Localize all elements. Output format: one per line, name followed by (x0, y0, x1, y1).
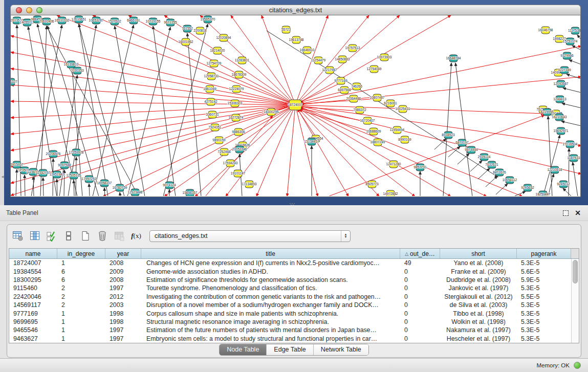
select-columns-icon[interactable] (45, 229, 58, 243)
graph-node[interactable]: 9671355 (164, 19, 177, 26)
table-cell[interactable]: 1 (57, 326, 105, 334)
new-table-icon[interactable] (79, 229, 92, 243)
scrollbar-thumb[interactable] (573, 260, 578, 283)
table-cell[interactable]: 0 (400, 276, 440, 283)
graph-node[interactable]: 9097588 (58, 162, 71, 169)
table-cell[interactable]: 9463627 (9, 335, 57, 342)
table-cell[interactable]: 18724007 (9, 259, 57, 267)
table-cell[interactable]: Hescheler et al. (1997) (440, 335, 517, 342)
graph-node[interactable]: 10654112 (503, 177, 517, 184)
graph-node[interactable]: 12217987 (322, 67, 337, 74)
table-cell[interactable]: Estimation of significance thresholds fo… (141, 276, 400, 283)
table-cell[interactable]: Changes of HCN gene expression and I(f) … (141, 259, 400, 267)
table-cell[interactable]: 5.5E-5 (517, 293, 571, 300)
graph-node[interactable]: 11175386 (568, 27, 580, 34)
table-row[interactable]: 1938455462009Genome-wide association stu… (9, 267, 571, 275)
table-cell[interactable]: 2008 (105, 276, 141, 283)
table-cell[interactable]: Tourette syndrome. Phenomenology and cla… (141, 285, 400, 292)
table-cell[interactable]: 5.3E-5 (517, 259, 571, 267)
graph-node[interactable]: 16001962 (179, 38, 193, 46)
tab-node-table[interactable]: Node Table (220, 344, 267, 355)
graph-node[interactable]: 7632621 (485, 161, 498, 168)
graph-node[interactable]: 12471280 (386, 161, 401, 168)
graph-node[interactable]: 20364486 (346, 95, 361, 102)
graph-node[interactable]: 12754049 (367, 65, 382, 73)
graph-node[interactable]: 2200818 (193, 27, 207, 34)
table-cell[interactable]: 2 (57, 293, 105, 300)
table-cell[interactable]: 5.3E-5 (517, 326, 571, 334)
graph-node[interactable]: 19613748 (289, 36, 304, 43)
graph-node[interactable]: 14972882 (383, 190, 398, 196)
graph-node[interactable]: 19101147 (231, 170, 246, 177)
table-cell[interactable]: 0 (400, 326, 440, 334)
graph-node[interactable]: 19565370 (201, 16, 215, 23)
table-cell[interactable]: 1997 (105, 335, 141, 342)
column-header-title[interactable]: title (141, 249, 400, 258)
graph-node[interactable]: 9329966 (560, 52, 574, 59)
table-cell[interactable]: 1998 (105, 318, 141, 325)
graph-node[interactable]: 1527602 (108, 18, 121, 25)
network-view-canvas[interactable]: 1872400797771696497568746266203644861080… (10, 15, 581, 197)
table-cell[interactable]: 5.6E-5 (517, 268, 571, 275)
column-header-in_degree[interactable]: in_degree (57, 249, 105, 258)
table-row[interactable]: 911546021997Tourette syndrome. Phenomeno… (9, 284, 571, 292)
table-cell[interactable]: 0 (400, 268, 440, 275)
graph-node[interactable]: 18300295 (264, 108, 279, 116)
graph-node[interactable]: 7924351 (208, 124, 222, 131)
table-cell[interactable]: 1 (57, 310, 105, 317)
graph-node[interactable]: 4275142 (204, 98, 217, 105)
graph-node[interactable]: 16046758 (538, 27, 553, 34)
graph-node[interactable]: 16646910 (300, 47, 315, 54)
graph-node[interactable]: 1861069 (203, 85, 216, 93)
table-row[interactable]: 1872400712008Changes of HCN gene express… (9, 259, 571, 267)
table-cell[interactable]: Structural magnetic resonance image aver… (141, 318, 400, 325)
table-cell[interactable]: 1 (57, 318, 105, 325)
table-cell[interactable]: 5.3E-5 (517, 318, 571, 325)
table-row[interactable]: 1830029562008Estimation of significance … (9, 276, 571, 284)
table-cell[interactable]: 0 (400, 301, 440, 309)
table-cell[interactable]: Investigating the contribution of common… (141, 293, 400, 300)
table-cell[interactable]: 5.3E-5 (517, 335, 571, 342)
graph-node[interactable]: 16210643 (552, 114, 567, 121)
graph-node[interactable]: 9074124 (163, 182, 176, 189)
graph-node[interactable]: 11283801 (235, 57, 250, 64)
graph-node[interactable]: 8990169 (398, 136, 411, 143)
graph-hub-node[interactable]: 18724007 (288, 100, 303, 110)
graph-node[interactable]: 12224079 (229, 85, 244, 93)
graph-node[interactable]: 15692971 (554, 127, 569, 135)
table-cell[interactable]: Embryonic stem cells: a model to study s… (141, 335, 400, 342)
collapse-panel-arrow-icon[interactable]: ◄ (1, 174, 5, 179)
table-cell[interactable]: 2012 (105, 293, 141, 300)
table-row[interactable]: 977716911998Corpus callosum shape and si… (9, 309, 571, 317)
graph-node[interactable]: 12505135 (67, 172, 81, 179)
table-cell[interactable]: 1997 (105, 326, 141, 334)
table-cell[interactable]: Wolkin et al. (1998) (440, 318, 517, 325)
graph-node[interactable]: 9245652 (521, 184, 534, 191)
table-cell[interactable]: 9115460 (9, 285, 57, 292)
graph-node[interactable]: 55723 (281, 26, 291, 33)
table-selector-dropdown[interactable]: citations_edges.txt ▲▼ (149, 230, 351, 242)
graph-node[interactable]: 20691406 (39, 18, 54, 25)
graph-node[interactable]: 10719155 (146, 18, 161, 25)
graph-node[interactable]: 8505773 (365, 181, 379, 188)
graph-node[interactable]: 12093587 (554, 80, 569, 87)
graph-node[interactable]: 1187533 (568, 155, 580, 162)
graph-node[interactable]: 8938923 (442, 132, 455, 139)
graph-node[interactable]: 9890159 (212, 137, 226, 144)
table-cell[interactable]: Nakamura et al. (1997) (440, 326, 517, 334)
table-cell[interactable]: 19384554 (9, 268, 57, 275)
table-cell[interactable]: 2003 (105, 301, 141, 309)
graph-node[interactable]: 17016504 (563, 141, 578, 148)
graph-node[interactable]: 16782759 (113, 184, 127, 191)
table-row[interactable]: 1456911722003Disruption of a novel membe… (9, 301, 571, 309)
column-header-name[interactable]: name (9, 249, 57, 258)
graph-node[interactable]: 16720407 (360, 117, 375, 124)
table-cell[interactable]: 9777169 (9, 310, 57, 317)
function-builder-icon[interactable]: f(x) (129, 229, 143, 243)
table-settings-icon[interactable] (11, 229, 25, 243)
graph-node[interactable]: 7986372 (353, 106, 366, 114)
table-cell[interactable]: 2008 (105, 259, 141, 267)
graph-node[interactable]: 2935114 (478, 154, 491, 161)
table-cell[interactable]: Jankovic et al. (1997) (440, 285, 517, 292)
graph-node[interactable]: 3360731 (206, 111, 219, 118)
